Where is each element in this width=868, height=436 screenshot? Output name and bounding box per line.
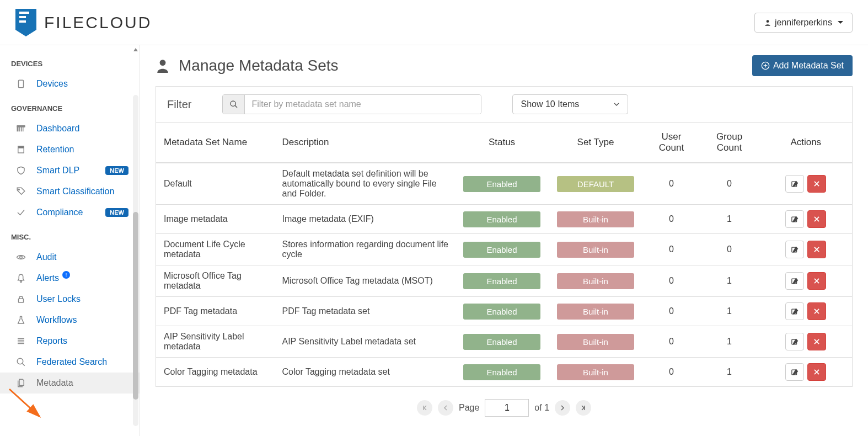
delete-button[interactable] xyxy=(807,210,826,228)
delete-button[interactable] xyxy=(807,363,826,381)
delete-button[interactable] xyxy=(807,272,826,290)
sidebar-item-workflows[interactable]: Workflows xyxy=(0,310,140,331)
edit-button[interactable] xyxy=(785,272,804,290)
cell-name: Image metadata xyxy=(156,205,275,234)
sidebar-item-reports[interactable]: Reports xyxy=(0,331,140,352)
cell-type: Built-in xyxy=(548,326,644,358)
delete-button[interactable] xyxy=(807,175,826,193)
tablet-icon xyxy=(15,79,26,89)
page-first-button[interactable] xyxy=(417,400,432,416)
sidebar-item-label: Smart Classification xyxy=(36,187,114,196)
delete-button[interactable] xyxy=(807,333,826,350)
show-items-select[interactable]: Show 10 Items xyxy=(512,94,628,114)
cell-description: AIP Sensitivity Label metadata set xyxy=(275,326,457,358)
sidebar-item-federated-search[interactable]: Federated Search xyxy=(0,352,140,373)
first-icon xyxy=(421,405,428,411)
sidebar-item-smart-classification[interactable]: Smart Classification xyxy=(0,181,140,202)
sidebar-item-label: User Locks xyxy=(36,294,81,304)
edit-icon xyxy=(791,246,799,254)
metadata-table: Metadata Set NameDescriptionStatusSet Ty… xyxy=(156,123,853,387)
new-badge: NEW xyxy=(105,208,128,217)
cell-description: Image metadata (EXIF) xyxy=(275,205,457,234)
cell-group-count: 1 xyxy=(699,358,760,387)
edit-icon xyxy=(791,180,799,188)
cell-description: Stores information regarding document li… xyxy=(275,234,457,265)
sidebar-item-label: Reports xyxy=(36,336,67,346)
table-row: Color Tagging metadataColor Tagging meta… xyxy=(156,358,853,387)
sidebar-item-devices[interactable]: Devices xyxy=(0,73,140,94)
cell-actions xyxy=(760,326,853,358)
close-icon xyxy=(813,368,821,376)
sidebar-item-dashboard[interactable]: Dashboard xyxy=(0,118,140,139)
edit-button[interactable] xyxy=(785,241,804,258)
type-badge: DEFAULT xyxy=(557,176,634,192)
table-row: Microsoft Office Tag metadataMicrosoft O… xyxy=(156,265,853,297)
page-prev-button[interactable] xyxy=(438,400,453,416)
sidebar-item-user-locks[interactable]: User Locks xyxy=(0,289,140,310)
cell-user-count: 0 xyxy=(644,234,699,265)
eye-icon xyxy=(15,252,26,262)
cell-status: Enabled xyxy=(457,297,548,326)
sidebar-item-label: Smart DLP xyxy=(36,166,79,176)
column-header: Set Type xyxy=(548,123,644,163)
cell-type: DEFAULT xyxy=(548,163,644,205)
edit-button[interactable] xyxy=(785,210,804,228)
search-icon xyxy=(223,95,245,114)
cell-user-count: 0 xyxy=(644,265,699,297)
svg-rect-7 xyxy=(18,146,24,148)
sidebar-item-alerts[interactable]: Alerts! xyxy=(0,268,140,289)
sidebar-item-label: Devices xyxy=(36,79,68,89)
page-of: of 1 xyxy=(534,403,549,413)
page-label: Page xyxy=(459,403,479,413)
page-last-button[interactable] xyxy=(576,400,591,416)
delete-button[interactable] xyxy=(807,241,826,258)
status-badge: Enabled xyxy=(463,273,540,289)
chevron-down-icon xyxy=(613,101,620,108)
sidebar-scrollbar[interactable] xyxy=(133,46,140,436)
cell-group-count: 1 xyxy=(699,265,760,297)
sidebar-item-smart-dlp[interactable]: Smart DLPNEW xyxy=(0,160,140,181)
cell-status: Enabled xyxy=(457,205,548,234)
edit-button[interactable] xyxy=(785,302,804,320)
edit-icon xyxy=(791,215,799,224)
edit-icon xyxy=(791,307,799,316)
sidebar-item-metadata[interactable]: Metadata xyxy=(0,373,140,394)
type-badge: Built-in xyxy=(557,242,634,258)
cell-name: Color Tagging metadata xyxy=(156,358,275,387)
sidebar-item-audit[interactable]: Audit xyxy=(0,247,140,268)
new-badge: NEW xyxy=(105,166,128,175)
user-menu[interactable]: jenniferperkins xyxy=(754,13,853,33)
prev-icon xyxy=(443,405,448,411)
table-row: AIP Sensitivity Label metadataAIP Sensit… xyxy=(156,326,853,358)
filter-input[interactable] xyxy=(245,95,481,114)
cell-actions xyxy=(760,265,853,297)
add-metadata-set-button[interactable]: Add Metadata Set xyxy=(752,55,853,76)
sidebar-item-retention[interactable]: Retention xyxy=(0,139,140,160)
delete-button[interactable] xyxy=(807,302,826,320)
scrollbar-thumb[interactable] xyxy=(133,212,138,400)
columns-icon xyxy=(15,124,26,134)
close-icon xyxy=(813,180,821,188)
sidebar-item-label: Metadata xyxy=(36,378,73,388)
edit-button[interactable] xyxy=(785,333,804,350)
status-badge: Enabled xyxy=(463,176,540,192)
svg-point-9 xyxy=(20,256,23,259)
edit-icon xyxy=(791,277,799,285)
plus-circle-icon xyxy=(761,61,770,70)
page-input[interactable] xyxy=(485,399,529,417)
edit-button[interactable] xyxy=(785,363,804,381)
edit-button[interactable] xyxy=(785,175,804,193)
sidebar-item-compliance[interactable]: ComplianceNEW xyxy=(0,202,140,223)
svg-rect-0 xyxy=(19,12,29,14)
cell-name: Default xyxy=(156,163,275,205)
next-icon xyxy=(560,405,565,411)
cell-status: Enabled xyxy=(457,358,548,387)
cell-user-count: 0 xyxy=(644,358,699,387)
close-icon xyxy=(813,307,821,315)
pagination: Page of 1 xyxy=(156,387,853,422)
scroll-up-icon xyxy=(132,46,139,53)
page-next-button[interactable] xyxy=(555,400,570,416)
close-icon xyxy=(813,246,821,253)
cell-actions xyxy=(760,163,853,205)
status-badge: Enabled xyxy=(463,242,540,258)
